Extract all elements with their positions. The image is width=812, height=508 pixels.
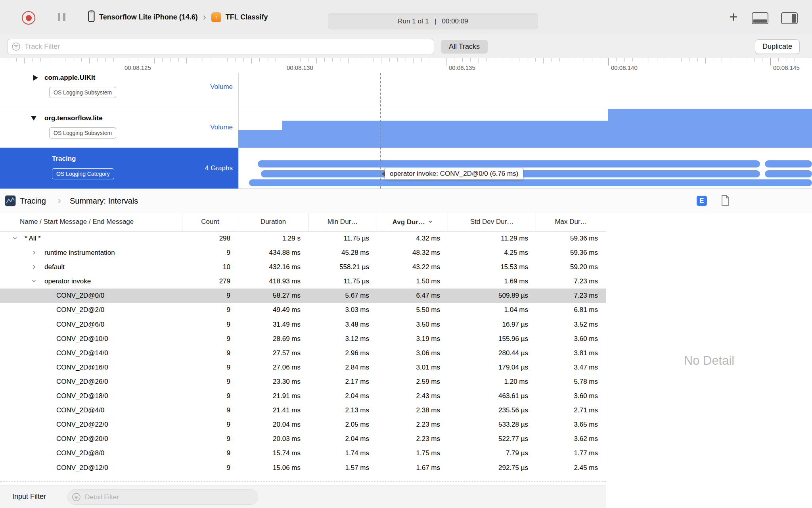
avg-duration-cell: 1.75 ms (377, 446, 448, 460)
count-cell: 9 (182, 332, 238, 346)
ruler-tick (308, 58, 308, 62)
std-dev-duration-cell: 1.20 ms (448, 375, 536, 389)
disclosure-chevron[interactable]: › (30, 246, 38, 259)
interval-bar[interactable] (258, 160, 760, 167)
interval-name: CONV_2D@2/0 (56, 306, 104, 314)
table-row[interactable]: ›runtime instrumentation9434.88 ms45.28 … (0, 246, 606, 260)
toggle-bottom-pane-button[interactable] (752, 12, 768, 24)
table-row[interactable]: CONV_2D@0/0958.27 ms5.67 ms6.47 ms509.89… (0, 289, 606, 303)
column-header-count[interactable]: Count (182, 213, 238, 231)
breadcrumb-instrument[interactable]: Tracing (20, 189, 46, 213)
ruler-tick (608, 58, 609, 65)
bottom-pane-icon (753, 19, 767, 23)
track-header-tensorflow[interactable]: org.tensorflow.lite OS Logging Subsystem… (0, 107, 238, 148)
ruler-tick (543, 58, 544, 64)
ruler-tick (178, 58, 179, 62)
table-row[interactable]: CONV_2D@6/0931.49 ms3.48 ms3.50 ms16.97 … (0, 318, 606, 332)
right-pane-icon (792, 14, 796, 23)
column-header-max-duration[interactable]: Max Dur… (536, 213, 606, 231)
ruler-tick (787, 58, 787, 62)
detail-filter-input[interactable]: Detail Filter (67, 489, 258, 505)
ruler-tick (122, 58, 122, 65)
count-cell: 9 (182, 360, 238, 375)
expert-view-button[interactable]: E (697, 196, 707, 206)
document-icon[interactable] (721, 195, 730, 208)
table-row[interactable]: ›default10432.16 ms558.21 µs43.22 ms15.5… (0, 260, 606, 274)
pause-button[interactable] (58, 13, 65, 21)
table-row[interactable]: CONV_2D@20/0920.03 ms2.04 ms2.23 ms522.7… (0, 432, 606, 446)
target-device-selector[interactable]: Tensorflow Lite iPhone (14.6) › ↑ TFL Cl… (88, 0, 268, 34)
table-row[interactable]: CONV_2D@12/0915.06 ms1.57 ms1.67 ms292.7… (0, 461, 606, 475)
ruler-tick (186, 58, 187, 64)
interval-name: * All * (25, 235, 41, 242)
table-row[interactable]: CONV_2D@8/0915.74 ms1.74 ms1.75 ms7.79 µ… (0, 446, 606, 460)
track-meta: Volume (210, 122, 233, 133)
ruler-tick (486, 58, 487, 62)
disclosure-chevron[interactable]: › (30, 260, 38, 273)
ruler-tick (349, 58, 349, 64)
max-duration-cell: 3.52 ms (536, 318, 606, 332)
duration-cell: 31.49 ms (238, 318, 308, 332)
table-row[interactable]: CONV_2D@2/0949.49 ms3.03 ms5.50 ms1.04 m… (0, 303, 606, 317)
ruler-tick (65, 58, 65, 62)
track-header-tracing[interactable]: Tracing OS Logging Category 4 Graphs (0, 148, 238, 189)
table-row[interactable]: CONV_2D@16/0927.06 ms2.84 ms3.01 ms179.0… (0, 360, 606, 375)
disclosure-chevron[interactable]: › (8, 234, 22, 242)
std-dev-duration-cell: 533.28 µs (448, 418, 536, 432)
table-row[interactable]: CONV_2D@4/0921.41 ms2.13 ms2.38 ms235.56… (0, 403, 606, 418)
track-badge: OS Logging Category (52, 168, 114, 179)
breadcrumb-view[interactable]: Summary: Intervals (70, 189, 138, 213)
column-header-name[interactable]: Name / Start Message / End Message (0, 213, 182, 231)
ruler-tick (389, 58, 390, 62)
interval-bar[interactable] (765, 160, 812, 167)
ruler-tick (357, 58, 357, 62)
interval-bar[interactable] (765, 170, 812, 177)
duration-cell: 27.06 ms (238, 360, 308, 375)
ruler-tick (730, 58, 730, 62)
column-header-min-duration[interactable]: Min Dur… (308, 213, 377, 231)
column-header-avg-duration[interactable]: Avg Dur…› (377, 213, 448, 231)
ruler-tick (397, 58, 398, 62)
run-status-display: Run 1 of 1 | 00:00:09 (328, 13, 538, 29)
duplicate-button[interactable]: Duplicate (755, 40, 799, 54)
table-row[interactable]: CONV_2D@18/0921.91 ms2.04 ms2.43 ms463.6… (0, 389, 606, 403)
disclosure-chevron[interactable]: › (27, 277, 41, 285)
record-button[interactable] (22, 11, 35, 25)
all-tracks-button[interactable]: All Tracks (441, 40, 488, 54)
count-cell: 9 (182, 375, 238, 389)
avg-duration-cell: 2.23 ms (377, 432, 448, 446)
table-row[interactable]: CONV_2D@10/0928.69 ms3.12 ms3.19 ms155.9… (0, 332, 606, 346)
ruler-tick (511, 58, 511, 64)
ruler-tick (276, 58, 276, 62)
ruler-tick (584, 58, 584, 62)
interval-bar[interactable] (249, 179, 812, 186)
timeline-ruler[interactable]: 00:08.12500:08.13000:08.13500:08.14000:0… (0, 58, 812, 73)
avg-duration-cell: 3.19 ms (377, 332, 448, 346)
disclosure-expanded-icon[interactable] (31, 116, 36, 121)
disclosure-collapsed-icon[interactable] (33, 75, 38, 81)
count-cell: 9 (182, 246, 238, 260)
track-header-uikit[interactable]: com.apple.UIKit OS Logging Subsystem Vol… (0, 73, 238, 107)
ruler-tick (754, 58, 755, 62)
ruler-time-label: 00:08.145 (773, 64, 800, 71)
bottom-filter-bar: Input Filter Detail Filter (0, 485, 606, 508)
duration-cell: 1.29 s (238, 231, 308, 246)
toggle-right-pane-button[interactable] (781, 12, 798, 24)
volume-bar (238, 130, 282, 148)
table-row[interactable]: ›operator invoke279418.93 ms11.75 µs1.50… (0, 274, 606, 289)
input-filter-label[interactable]: Input Filter (12, 485, 46, 508)
column-header-duration[interactable]: Duration (238, 213, 308, 231)
table-row[interactable]: CONV_2D@26/0923.30 ms2.17 ms2.59 ms1.20 … (0, 375, 606, 389)
table-row[interactable]: ›* All *2981.29 s11.75 µs4.32 ms11.29 ms… (0, 231, 606, 246)
add-instrument-button[interactable]: + (725, 0, 742, 34)
table-row[interactable]: CONV_2D@14/0927.57 ms2.96 ms3.06 ms280.4… (0, 346, 606, 360)
column-header-std-dev-duration[interactable]: Std Dev Dur… (448, 213, 536, 231)
max-duration-cell: 59.36 ms (536, 246, 606, 260)
table-row[interactable]: CONV_2D@22/0920.04 ms2.05 ms2.23 ms533.2… (0, 418, 606, 432)
track-filter-input[interactable]: Track Filter (7, 39, 434, 54)
ruler-tick (146, 58, 146, 62)
max-duration-cell: 2.45 ms (536, 461, 606, 475)
ruler-tick (97, 58, 98, 62)
max-duration-cell: 3.62 ms (536, 432, 606, 446)
duration-cell: 432.16 ms (238, 260, 308, 274)
